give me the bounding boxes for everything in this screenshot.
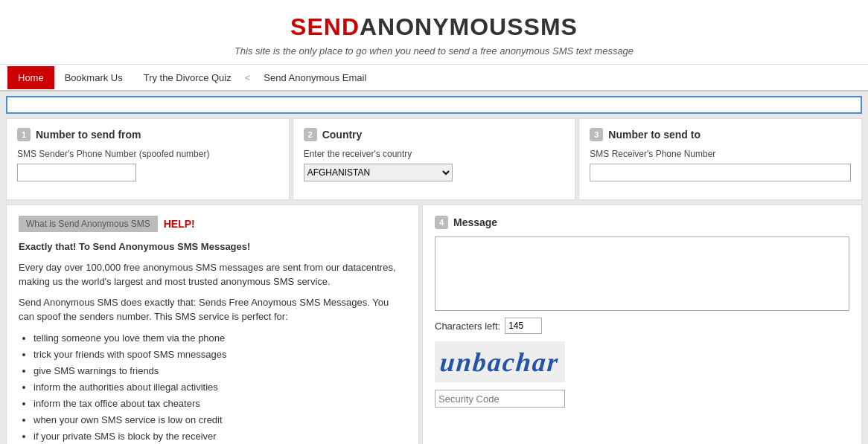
- list-item: trick your friends with spoof SMS mnessa…: [33, 347, 406, 363]
- title-rest: ANONYMOUSSMS: [360, 13, 578, 40]
- steps-container: 1 Number to send from SMS Sender's Phone…: [6, 118, 862, 200]
- list-item: if your private SMS is block by the rece…: [33, 428, 406, 444]
- use-cases-list: telling someone you love them via the ph…: [33, 330, 406, 445]
- step-3-number: 3: [590, 128, 603, 141]
- step-4-title: Message: [453, 216, 497, 228]
- site-title: SENDANONYMOUSSMS: [7, 13, 861, 41]
- list-item: give SMS warnings to friends: [33, 363, 406, 379]
- message-header: 4 Message: [435, 216, 849, 229]
- what-is-header: What is Send Anonymous SMS HELP!: [19, 216, 406, 232]
- message-panel: 4 Message Characters left: unbachar: [422, 205, 862, 444]
- step-2-title: Country: [322, 129, 363, 141]
- info-para-1: Exactly that! To Send Anonymous SMS Mess…: [19, 239, 406, 254]
- chars-label: Characters left:: [435, 321, 500, 332]
- step-1-label: SMS Sender's Phone Number (spoofed numbe…: [17, 149, 278, 159]
- captcha-image: unbachar: [435, 341, 565, 382]
- list-item: when your own SMS service is low on cred…: [33, 412, 406, 428]
- receiver-phone-input[interactable]: [590, 164, 851, 181]
- nav-bookmark[interactable]: Bookmark Us: [54, 66, 133, 89]
- list-item: inform the tax office about tax cheaters: [33, 396, 406, 412]
- info-panel: What is Send Anonymous SMS HELP! Exactly…: [6, 205, 419, 444]
- info-para-2: Every day over 100,000 free anonymous SM…: [19, 260, 406, 289]
- step-4-number: 4: [435, 216, 448, 229]
- country-select[interactable]: AFGHANISTANALBANIAALGERIAANDORRAANGOLAAR…: [304, 164, 453, 181]
- bottom-container: What is Send Anonymous SMS HELP! Exactly…: [6, 205, 862, 444]
- message-textarea[interactable]: [435, 237, 849, 311]
- chars-count-input: [505, 318, 542, 334]
- help-label: HELP!: [164, 218, 195, 230]
- captcha-text: unbachar: [439, 347, 561, 378]
- step-3-label: SMS Receiver's Phone Number: [590, 149, 851, 159]
- step-1-number: 1: [17, 128, 31, 141]
- step-2-label: Enter the receiver's country: [304, 149, 565, 159]
- security-code-input[interactable]: [435, 390, 565, 408]
- nav-anonymous-email[interactable]: Send Anonymous Email: [253, 66, 377, 89]
- step-2-box: 2 Country Enter the receiver's country A…: [293, 118, 576, 200]
- step-2-header: 2 Country: [304, 128, 565, 141]
- nav-home[interactable]: Home: [7, 66, 54, 89]
- list-item: telling someone you love them via the ph…: [33, 330, 406, 347]
- step-3-box: 3 Number to send to SMS Receiver's Phone…: [578, 118, 862, 200]
- step-2-number: 2: [304, 128, 317, 141]
- nav-separator: <: [242, 72, 254, 83]
- navigation: Home Bookmark Us Try the Divorce Quiz < …: [0, 65, 868, 91]
- step-1-header: 1 Number to send from: [17, 128, 278, 141]
- step-3-header: 3 Number to send to: [590, 128, 851, 141]
- step-1-title: Number to send from: [36, 129, 141, 141]
- step-3-title: Number to send to: [608, 129, 701, 141]
- step-1-box: 1 Number to send from SMS Sender's Phone…: [6, 118, 290, 200]
- sender-phone-input[interactable]: [17, 164, 136, 181]
- nav-divorce-quiz[interactable]: Try the Divorce Quiz: [133, 66, 242, 89]
- info-para-3: Send Anonymous SMS does exactly that: Se…: [19, 295, 406, 324]
- list-item: inform the authorities about illegal act…: [33, 379, 406, 396]
- blue-banner-bar: [6, 96, 862, 114]
- title-send: SEND: [290, 13, 360, 40]
- what-is-button[interactable]: What is Send Anonymous SMS: [19, 216, 158, 232]
- header-subtitle: This site is the only place to go when y…: [7, 45, 861, 57]
- header: SENDANONYMOUSSMS This site is the only p…: [0, 0, 868, 65]
- chars-counter-row: Characters left:: [435, 318, 849, 334]
